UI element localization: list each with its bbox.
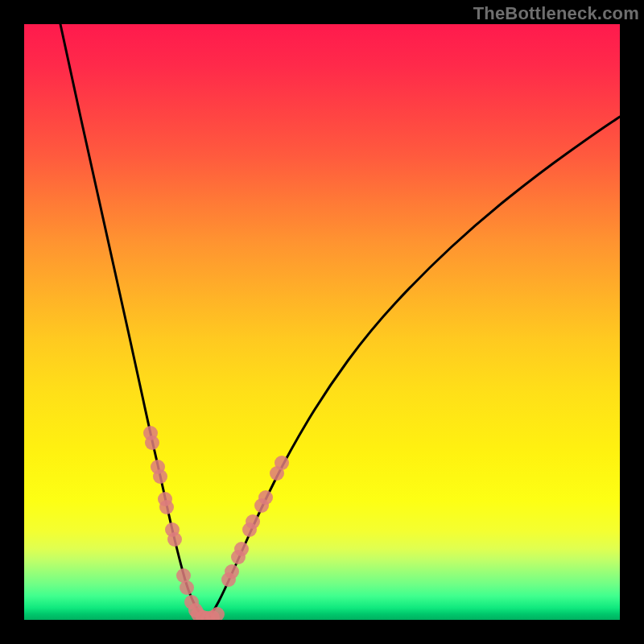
data-point bbox=[180, 580, 194, 595]
data-point bbox=[159, 500, 174, 514]
curve-left-branch bbox=[60, 24, 208, 620]
data-point bbox=[225, 564, 239, 579]
watermark-text: TheBottleneck.com bbox=[473, 3, 639, 24]
data-point bbox=[153, 469, 167, 484]
data-point bbox=[167, 532, 182, 547]
chart-svg bbox=[24, 24, 620, 620]
data-point bbox=[258, 490, 273, 505]
data-point bbox=[210, 607, 225, 620]
data-point bbox=[246, 514, 260, 529]
data-point bbox=[234, 542, 249, 556]
data-point bbox=[145, 436, 159, 450]
data-point bbox=[275, 456, 289, 470]
curve-right-branch bbox=[208, 117, 620, 620]
